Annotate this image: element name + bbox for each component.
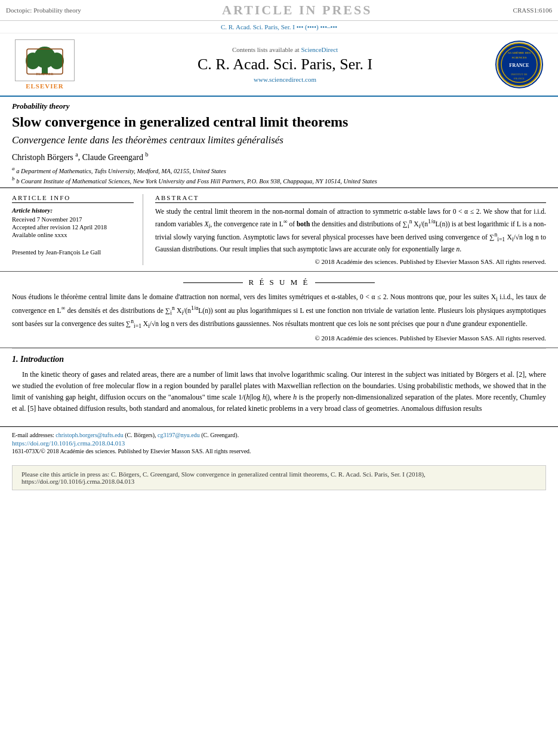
email-footnote: E-mail addresses: christoph.borgers@tuft…: [12, 432, 546, 438]
header-section: ELSEVIER ELSEVIER Contents lists availab…: [0, 33, 558, 97]
elsevier-tree-icon: ELSEVIER: [21, 44, 69, 77]
journal-title: C. R. Acad. Sci. Paris, Ser. I: [78, 56, 492, 73]
abstract-copyright: © 2018 Académie des sciences. Published …: [155, 258, 546, 265]
svg-text:SCIENCES: SCIENCES: [511, 56, 526, 59]
intro-text: In the kinetic theory of gases and relat…: [12, 369, 546, 415]
svg-text:INSTITUT DE: INSTITUT DE: [511, 73, 528, 76]
introduction-section: 1. Introduction In the kinetic theory of…: [0, 349, 558, 421]
email2-link[interactable]: cg3197@nyu.edu: [158, 432, 200, 438]
accepted-date: Accepted after revision 12 April 2018: [12, 224, 134, 231]
article-info-column: ARTICLE INFO Article history: Received 7…: [12, 194, 143, 265]
article-info-header: ARTICLE INFO: [12, 194, 134, 203]
sciencedirect-logo: ACADÉMIE DES SCIENCES FRANCE INSTITUT DE…: [492, 41, 546, 88]
article-in-press-label: ARTICLE IN PRESS: [222, 2, 372, 18]
contents-line: Contents lists available at ScienceDirec…: [78, 46, 492, 53]
article-subtitle: Convergence lente dans les théorèmes cen…: [12, 134, 546, 146]
article-title: Slow convergence in generalized central …: [12, 113, 546, 131]
svg-point-2: [26, 53, 40, 69]
doctopic-label: Doctopic: Probability theory: [6, 7, 81, 14]
article-category: Probability theory: [12, 102, 546, 111]
resume-section: R É S U M É Nous étudions le théorème ce…: [0, 272, 558, 348]
abstract-header: ABSTRACT: [155, 194, 546, 203]
intro-heading: 1. Introduction: [12, 355, 546, 364]
svg-point-3: [50, 53, 64, 69]
svg-text:FRANCE: FRANCE: [509, 63, 529, 68]
journal-citation: C. R. Acad. Sci. Paris, Ser. I ••• (••••…: [221, 23, 337, 30]
sciencedirect-link[interactable]: ScienceDirect: [301, 46, 338, 53]
abstract-text: We study the central limit theorem in th…: [155, 207, 546, 254]
academic-seal-icon: ACADÉMIE DES SCIENCES FRANCE INSTITUT DE…: [497, 42, 542, 87]
elsevier-logo: ELSEVIER ELSEVIER: [12, 39, 78, 90]
elsevier-logo-box: ELSEVIER: [15, 39, 75, 81]
presented-by: Presented by Jean-François Le Gall: [12, 249, 134, 256]
top-banner: Doctopic: Probability theory ARTICLE IN …: [0, 0, 558, 21]
issn-line: 1631-073X/© 2018 Académie des sciences. …: [12, 448, 546, 454]
www-line[interactable]: www.sciencedirect.com: [78, 76, 492, 83]
svg-text:FRANCE: FRANCE: [514, 77, 525, 80]
svg-text:ACADÉMIE DES: ACADÉMIE DES: [508, 51, 531, 54]
authors: Christoph Börgers a, Claude Greengard b: [12, 151, 546, 162]
email1-link[interactable]: christoph.borgers@tufts.edu: [56, 432, 123, 438]
resume-copyright: © 2018 Académie des sciences. Published …: [12, 334, 546, 342]
received-date: Received 7 November 2017: [12, 216, 134, 223]
sd-circle-icon: ACADÉMIE DES SCIENCES FRANCE INSTITUT DE…: [495, 41, 543, 88]
doi-link[interactable]: https://doi.org/10.1016/j.crma.2018.04.0…: [12, 440, 125, 447]
affiliation-a: a a Department of Mathematics, Tufts Uni…: [12, 165, 546, 174]
resume-text: Nous étudions le théorème central limite…: [12, 292, 546, 331]
two-col-section: ARTICLE INFO Article history: Received 7…: [0, 188, 558, 271]
doi-line[interactable]: https://doi.org/10.1016/j.crma.2018.04.0…: [12, 440, 546, 447]
available-date: Available online xxxx: [12, 232, 134, 238]
crass-id: CRASS1:6106: [513, 7, 552, 14]
resume-header: R É S U M É: [12, 278, 546, 287]
abstract-column: ABSTRACT We study the central limit theo…: [155, 194, 546, 265]
article-metadata: Probability theory Slow convergence in g…: [0, 97, 558, 188]
history-label: Article history:: [12, 207, 134, 214]
affiliation-b: b b Courant Institute of Mathematical Sc…: [12, 176, 546, 185]
page: Doctopic: Probability theory ARTICLE IN …: [0, 0, 558, 756]
header-center: Contents lists available at ScienceDirec…: [78, 46, 492, 83]
elsevier-text-label: ELSEVIER: [26, 82, 64, 90]
bottom-notice: Please cite this article in press as: C.…: [12, 465, 546, 490]
footnote-section: E-mail addresses: christoph.borgers@tuft…: [0, 426, 558, 459]
svg-text:ELSEVIER: ELSEVIER: [36, 72, 53, 76]
bottom-notice-text: Please cite this article in press as: C.…: [21, 471, 426, 485]
journal-line: C. R. Acad. Sci. Paris, Ser. I ••• (••••…: [0, 21, 558, 33]
